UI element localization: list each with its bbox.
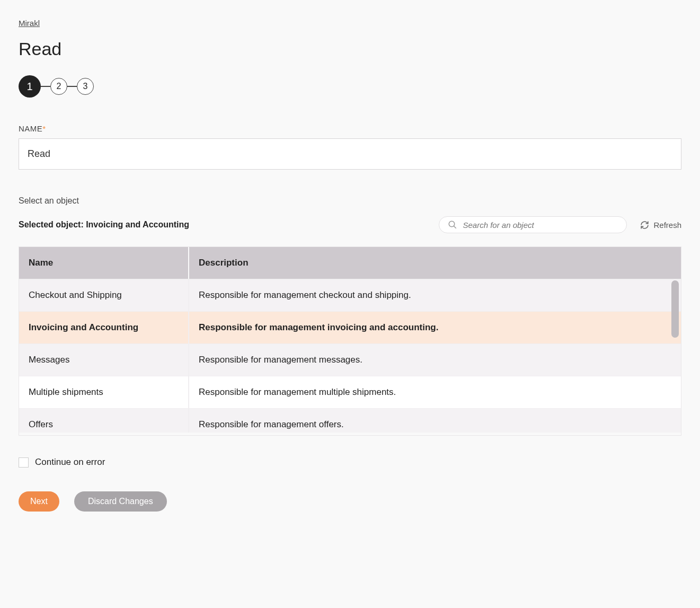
svg-line-1 [454, 226, 457, 228]
column-header-name[interactable]: Name [19, 247, 189, 279]
page-title: Read [19, 39, 681, 59]
refresh-button[interactable]: Refresh [640, 221, 681, 230]
cell-name: Multiple shipments [19, 376, 189, 409]
refresh-icon [640, 221, 649, 230]
search-input[interactable] [463, 221, 618, 230]
select-object-label: Select an object [19, 196, 681, 206]
table-row[interactable]: MessagesResponsible for management messa… [19, 344, 681, 376]
object-table: Name Description Checkout and ShippingRe… [19, 246, 681, 436]
name-input[interactable] [19, 138, 681, 170]
cell-name: Checkout and Shipping [19, 279, 189, 312]
selected-object-text: Selected object: Invoicing and Accountin… [19, 220, 189, 230]
scrollbar-thumb[interactable] [671, 280, 679, 338]
cell-name: Messages [19, 344, 189, 376]
step-2[interactable]: 2 [50, 78, 67, 95]
step-connector [67, 86, 77, 87]
cell-name: Invoicing and Accounting [19, 312, 189, 344]
cell-description: Responsible for management checkout and … [189, 279, 681, 312]
discard-changes-button[interactable]: Discard Changes [74, 491, 167, 512]
table-row[interactable]: Checkout and ShippingResponsible for man… [19, 279, 681, 312]
cell-description: Responsible for management invoicing and… [189, 312, 681, 344]
breadcrumb: Mirakl [19, 19, 681, 28]
column-header-description[interactable]: Description [189, 247, 681, 279]
next-button[interactable]: Next [19, 491, 59, 512]
step-3[interactable]: 3 [77, 78, 94, 95]
step-connector [41, 86, 50, 87]
continue-on-error-checkbox[interactable] [19, 457, 29, 468]
search-icon [448, 220, 457, 230]
search-object-wrapper[interactable] [439, 216, 627, 233]
refresh-label: Refresh [653, 221, 681, 230]
table-row[interactable]: Multiple shipmentsResponsible for manage… [19, 376, 681, 409]
table-row[interactable]: Invoicing and AccountingResponsible for … [19, 312, 681, 344]
cell-description: Responsible for management offers. [189, 409, 681, 433]
step-1[interactable]: 1 [19, 75, 41, 98]
cell-description: Responsible for management messages. [189, 344, 681, 376]
name-field-label: NAME* [19, 124, 681, 133]
cell-description: Responsible for management multiple ship… [189, 376, 681, 409]
stepper: 1 2 3 [19, 75, 681, 98]
breadcrumb-link-mirakl[interactable]: Mirakl [19, 19, 40, 28]
cell-name: Offers [19, 409, 189, 433]
table-row[interactable]: OffersResponsible for management offers. [19, 409, 681, 433]
continue-on-error-label: Continue on error [35, 457, 105, 468]
svg-point-0 [449, 221, 455, 227]
